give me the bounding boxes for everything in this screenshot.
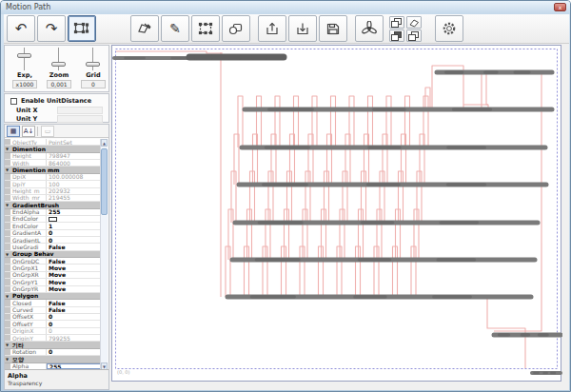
property-label: GradientL: [10, 237, 47, 243]
property-description-pane: Alpha Trasparency: [5, 369, 108, 389]
close-button[interactable]: x: [554, 3, 566, 11]
property-label: Height_m: [10, 188, 47, 194]
layer-erase-button[interactable]: [406, 16, 422, 29]
unit-x-field[interactable]: [57, 107, 103, 114]
property-row[interactable]: OffsetX0: [5, 314, 101, 321]
property-row[interactable]: DpiX100.000008: [5, 174, 101, 181]
property-row[interactable]: Height798947: [5, 153, 101, 160]
property-label: OnGrpX1: [10, 265, 47, 270]
property-label: OriginX: [10, 328, 47, 334]
property-value[interactable]: Move: [47, 272, 101, 278]
export-button[interactable]: [258, 15, 286, 42]
slider-value[interactable]: x1000: [12, 80, 37, 88]
redo-button[interactable]: ↷: [37, 15, 66, 42]
undo-button[interactable]: ↶: [7, 15, 35, 42]
slider-value[interactable]: 0: [81, 80, 106, 88]
property-value[interactable]: False: [47, 300, 101, 305]
slider-thumb[interactable]: [86, 62, 100, 67]
property-value[interactable]: Move: [47, 265, 101, 270]
move-points-tool-button[interactable]: [68, 15, 96, 42]
slider-value[interactable]: 0,001: [47, 80, 71, 88]
property-value[interactable]: Move: [47, 279, 101, 284]
property-value[interactable]: 219455: [47, 195, 101, 201]
categorized-button[interactable]: ▦: [7, 126, 20, 137]
property-value[interactable]: PointSet: [47, 139, 101, 145]
property-row[interactable]: OriginX0: [5, 328, 101, 335]
rotor-button[interactable]: [355, 15, 384, 42]
property-category-row[interactable]: ▼Group Behav: [5, 251, 101, 258]
property-value[interactable]: 864000: [47, 160, 101, 166]
property-value[interactable]: 798947: [47, 153, 101, 159]
property-value[interactable]: 0: [47, 328, 101, 334]
alphabetical-button[interactable]: A↓: [22, 126, 35, 137]
property-value[interactable]: 1: [47, 223, 101, 228]
property-value[interactable]: 100: [47, 181, 101, 186]
property-value[interactable]: 100.000008: [47, 174, 101, 180]
draw-tool-button[interactable]: ✎: [161, 15, 189, 42]
property-row[interactable]: OnGrpY1Move: [5, 279, 101, 285]
save-button[interactable]: [319, 15, 347, 42]
property-row[interactable]: OffsetY0: [5, 321, 101, 327]
property-row[interactable]: OnGrpDCFalse: [5, 258, 101, 265]
property-row[interactable]: CurvedFalse: [5, 307, 101, 314]
slider-track[interactable]: [92, 48, 93, 70]
property-value[interactable]: 0: [47, 230, 101, 236]
property-row[interactable]: DpiY100: [5, 181, 101, 187]
scroll-up-icon[interactable]: ▲: [101, 139, 108, 147]
property-grid-scrollbar[interactable]: ▲ ▼: [100, 139, 108, 370]
property-category-row[interactable]: ▼Dimention mm: [5, 167, 101, 173]
property-row[interactable]: Height_m202932: [5, 188, 101, 195]
shapes-tool-button[interactable]: [222, 15, 250, 42]
property-value[interactable]: Move: [47, 286, 101, 292]
slider-thumb[interactable]: [51, 62, 66, 67]
slider-thumb[interactable]: [17, 53, 31, 58]
slider-label: Grid: [77, 71, 109, 79]
slider-track[interactable]: [24, 48, 25, 70]
enable-unitdistance-checkbox[interactable]: [10, 98, 17, 105]
property-value[interactable]: 0: [47, 314, 101, 320]
layer-copy-back-button[interactable]: [406, 29, 422, 42]
property-value[interactable]: 0: [47, 237, 101, 243]
property-value[interactable]: 255: [47, 363, 101, 369]
category-label: Group Behav: [5, 251, 54, 257]
settings-button[interactable]: [435, 15, 463, 42]
marquee-select-tool-button[interactable]: [191, 15, 220, 42]
property-value[interactable]: 0: [47, 349, 101, 355]
property-category-row[interactable]: ▼Dimention: [5, 146, 101, 152]
property-value[interactable]: False: [47, 244, 101, 249]
property-value[interactable]: 0: [47, 321, 101, 326]
property-row[interactable]: EndColor1: [5, 223, 101, 229]
property-value[interactable]: 799255: [47, 335, 101, 341]
title-bar[interactable]: Motion Path x: [1, 1, 570, 14]
import-button[interactable]: [288, 15, 317, 42]
property-row[interactable]: GradientA0: [5, 230, 101, 237]
unit-y-field[interactable]: [57, 115, 103, 123]
shapes-icon: [227, 21, 245, 36]
color-swatch[interactable]: [49, 217, 57, 222]
property-category-row[interactable]: ▼모양: [5, 356, 101, 363]
property-category-row[interactable]: ▼기타: [5, 342, 101, 348]
layer-copy-button[interactable]: [389, 16, 404, 29]
property-category-row[interactable]: ▼Polygon: [5, 293, 101, 300]
property-row[interactable]: EndColor: [5, 216, 101, 223]
property-value[interactable]: False: [47, 307, 101, 313]
property-value[interactable]: 202932: [47, 188, 101, 194]
property-row[interactable]: ClosedFalse: [5, 300, 101, 306]
scrollbar-thumb[interactable]: [101, 148, 108, 215]
selection-rect: [116, 49, 558, 369]
property-row[interactable]: OnGrpXRMove: [5, 272, 101, 279]
property-row[interactable]: GradientL0: [5, 237, 101, 244]
node-edit-tool-button[interactable]: [130, 15, 159, 42]
property-label: OnGrpXR: [10, 272, 47, 278]
property-value[interactable]: False: [47, 258, 101, 264]
property-category-row[interactable]: ▼GradientBrush: [5, 202, 101, 208]
property-value[interactable]: 255: [47, 209, 101, 215]
layer-copy-filled-button[interactable]: [389, 29, 404, 42]
slider-grid: Grid0: [77, 46, 109, 93]
property-row[interactable]: EndAlpha255: [5, 209, 101, 216]
property-value[interactable]: [47, 216, 101, 222]
redo-icon: ↷: [46, 20, 58, 37]
slider-track[interactable]: [58, 48, 59, 70]
property-row[interactable]: OnGrpX1Move: [5, 265, 101, 271]
motion-path-canvas[interactable]: (0, 0): [111, 45, 561, 382]
